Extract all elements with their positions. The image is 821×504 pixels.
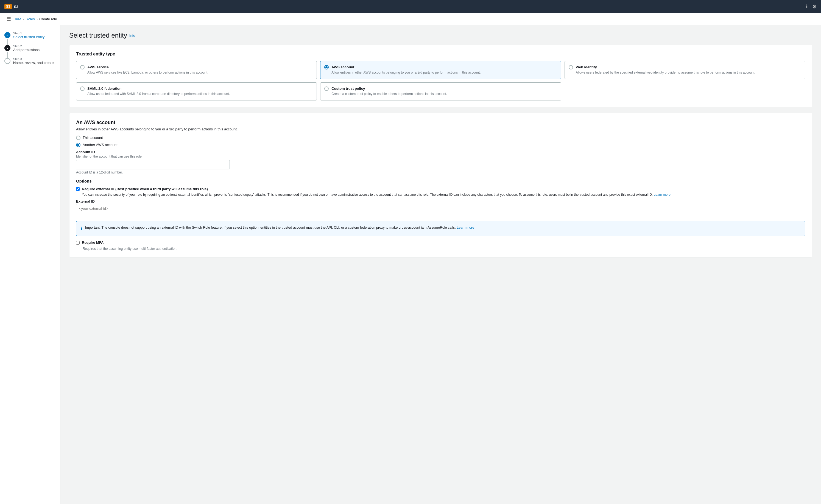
trusted-entity-card: Trusted entity type AWS service Allow AW…: [69, 45, 812, 107]
main-layout: ✓ Step 1 Select trusted entity ● Step 2 …: [0, 25, 821, 504]
radio-custom-trust: [324, 86, 329, 91]
breadcrumb-roles[interactable]: Roles: [26, 17, 35, 21]
step-2-label[interactable]: Add permissions: [13, 48, 40, 52]
entity-name-web-identity: Web identity: [576, 65, 755, 69]
sidebar: ✓ Step 1 Select trusted entity ● Step 2 …: [0, 25, 60, 504]
breadcrumb-current: Create role: [39, 17, 57, 21]
step-3-number: Step 3: [13, 57, 54, 61]
step-2: ● Step 2 Add permissions: [4, 44, 56, 52]
breadcrumb-sep-1: ›: [23, 17, 24, 21]
require-external-id-desc: You can increase the security of your ro…: [82, 192, 671, 197]
settings-icon[interactable]: ⚙: [812, 4, 817, 10]
entity-option-saml[interactable]: SAML 2.0 federation Allow users federate…: [76, 82, 317, 100]
page-title: Select trusted entity: [69, 32, 127, 39]
entity-option-aws-service[interactable]: AWS service Allow AWS services like EC2,…: [76, 61, 317, 79]
account-id-note: Account ID is a 12-digit number.: [76, 170, 805, 174]
radio-this-account: [76, 136, 80, 140]
radio-aws-service: [80, 65, 85, 69]
step-1-number: Step 1: [13, 32, 44, 35]
entity-desc-custom-trust: Create a custom trust policy to enable o…: [331, 92, 447, 96]
require-mfa-desc: Requires that the assuming entity use mu…: [83, 247, 805, 251]
another-account-row[interactable]: Another AWS account: [76, 143, 805, 147]
entity-name-aws-service: AWS service: [87, 65, 208, 69]
radio-inner-another-account: [77, 144, 79, 146]
step-3: Step 3 Name, review, and create: [4, 57, 56, 65]
entity-name-aws-account: AWS account: [331, 65, 481, 69]
step-2-number: Step 2: [13, 44, 40, 48]
step-1-circle: ✓: [4, 32, 10, 38]
step-3-label[interactable]: Name, review, and create: [13, 61, 54, 65]
page-title-row: Select trusted entity Info: [69, 32, 812, 39]
entity-options-grid: AWS service Allow AWS services like EC2,…: [76, 61, 805, 100]
step-1: ✓ Step 1 Select trusted entity: [4, 32, 56, 39]
radio-another-account: [76, 143, 80, 147]
entity-option-aws-account[interactable]: AWS account Allow entities in other AWS …: [320, 61, 561, 79]
breadcrumb: ☰ IAM › Roles › Create role: [0, 13, 821, 25]
content-area: Select trusted entity Info Trusted entit…: [60, 25, 821, 504]
this-account-label: This account: [83, 136, 103, 140]
require-mfa-label[interactable]: Require MFA: [82, 240, 104, 245]
info-box-text: Important: The console does not support …: [85, 225, 474, 230]
entity-desc-web-identity: Allows users federated by the specified …: [576, 70, 755, 75]
require-mfa-wrap: Require MFA Requires that the assuming e…: [76, 240, 805, 251]
account-id-hint: Identifier of the account that can use t…: [76, 155, 805, 158]
s3-badge: S3: [4, 4, 12, 9]
entity-desc-saml: Allow users federated with SAML 2.0 from…: [87, 92, 230, 96]
require-external-id-row: Require external ID (Best practice when …: [76, 187, 805, 197]
require-mfa-row: Require MFA: [76, 240, 805, 245]
info-box-icon: ℹ: [81, 225, 82, 232]
breadcrumb-iam[interactable]: IAM: [15, 17, 21, 21]
entity-name-custom-trust: Custom trust policy: [331, 86, 447, 91]
external-id-input[interactable]: [76, 204, 805, 213]
options-title: Options: [76, 179, 805, 183]
learn-more-external-id[interactable]: Learn more: [654, 193, 671, 197]
account-id-input[interactable]: [76, 160, 230, 169]
info-box: ℹ Important: The console does not suppor…: [76, 221, 805, 236]
topnav-actions: ℹ ⚙: [806, 4, 817, 10]
require-mfa-checkbox[interactable]: [76, 241, 80, 245]
entity-desc-aws-service: Allow AWS services like EC2, Lambda, or …: [87, 70, 208, 75]
external-id-label: External ID: [76, 199, 805, 203]
require-external-id-label[interactable]: Require external ID (Best practice when …: [82, 187, 208, 191]
radio-aws-account: [324, 65, 329, 69]
entity-desc-aws-account: Allow entities in other AWS accounts bel…: [331, 70, 481, 75]
trusted-entity-title: Trusted entity type: [76, 52, 805, 57]
radio-inner-aws-account: [325, 66, 328, 68]
external-id-field-group: External ID: [76, 199, 805, 217]
aws-account-detail-card: An AWS account Allow entities in other A…: [69, 113, 812, 257]
info-link[interactable]: Info: [129, 33, 135, 38]
radio-web-identity: [569, 65, 573, 69]
entity-name-saml: SAML 2.0 federation: [87, 86, 230, 91]
step-3-circle: [4, 58, 10, 64]
require-external-id-checkbox[interactable]: [76, 187, 80, 191]
breadcrumb-sep-2: ›: [37, 17, 38, 21]
aws-account-title: An AWS account: [76, 120, 805, 125]
menu-icon[interactable]: ☰: [7, 16, 11, 22]
another-account-label: Another AWS account: [83, 143, 118, 147]
entity-option-web-identity[interactable]: Web identity Allows users federated by t…: [565, 61, 805, 79]
logo-text: S3: [14, 5, 18, 9]
app-logo: S3 S3: [4, 4, 18, 9]
radio-saml: [80, 86, 85, 91]
account-id-label: Account ID: [76, 150, 805, 154]
info-icon[interactable]: ℹ: [806, 4, 808, 10]
account-id-field-group: Account ID Identifier of the account tha…: [76, 150, 805, 174]
info-box-learn-more[interactable]: Learn more: [457, 226, 474, 229]
entity-option-custom-trust[interactable]: Custom trust policy Create a custom trus…: [320, 82, 561, 100]
topnav: S3 S3 ℹ ⚙: [0, 0, 821, 13]
this-account-row[interactable]: This account: [76, 136, 805, 140]
aws-account-desc: Allow entities in other AWS accounts bel…: [76, 127, 805, 131]
step-2-circle: ●: [4, 45, 10, 51]
step-1-label[interactable]: Select trusted entity: [13, 35, 44, 39]
